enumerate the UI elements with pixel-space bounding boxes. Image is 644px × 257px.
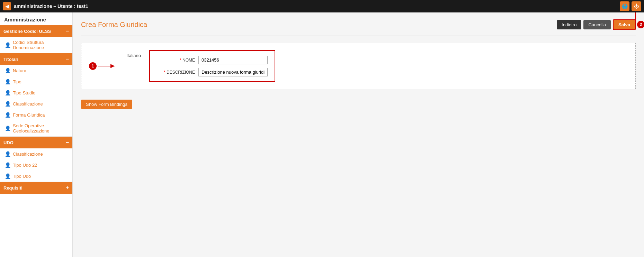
power-button[interactable]: ⏻ bbox=[632, 1, 641, 11]
page-header: Crea Forma Giuridica Indietro Cancella S… bbox=[81, 19, 636, 30]
sidebar-section-label: UDO bbox=[3, 140, 14, 145]
sidebar-item-natura[interactable]: 👤 Natura bbox=[0, 65, 72, 76]
sidebar-item-label: Tipo Udo bbox=[13, 174, 31, 179]
header-buttons: Indietro Cancella Salva 2 bbox=[557, 19, 636, 30]
sidebar-section-label: Gestione Codici ULSS bbox=[3, 29, 51, 34]
content-area: Crea Forma Giuridica Indietro Cancella S… bbox=[73, 12, 644, 257]
nome-label: * NOME bbox=[157, 58, 195, 63]
divider bbox=[81, 36, 636, 36]
required-star-descrizione: * bbox=[164, 70, 166, 75]
sidebar: Amministrazione Gestione Codici ULSS − 👤… bbox=[0, 12, 73, 257]
sidebar-item-udo-classificazione[interactable]: 👤 Classificazione bbox=[0, 148, 72, 159]
sidebar-item-codici-struttura[interactable]: 👤 Codici Struttura Denominazione bbox=[0, 37, 72, 53]
person-icon: 👤 bbox=[5, 42, 11, 48]
sidebar-section-label: Titolari bbox=[3, 57, 18, 62]
person-icon: 👤 bbox=[5, 68, 11, 73]
person-icon: 👤 bbox=[5, 112, 11, 118]
topbar-title: amministrazione – Utente : test1 bbox=[14, 3, 620, 9]
form-row-descrizione: * DESCRIZIONE bbox=[157, 68, 268, 76]
annotation-1-circle: 1 bbox=[89, 62, 97, 70]
sidebar-item-label: Classificazione bbox=[13, 152, 43, 157]
show-form-bindings-button[interactable]: Show Form Bindings bbox=[81, 100, 132, 109]
annotation-2-circle: 2 bbox=[637, 21, 644, 28]
cancella-button[interactable]: Cancella bbox=[583, 20, 611, 29]
sidebar-item-forma-giuridica[interactable]: 👤 Forma Giuridica bbox=[0, 109, 72, 120]
sidebar-section-titolari[interactable]: Titolari − bbox=[0, 53, 72, 65]
sidebar-item-sede-operative[interactable]: 👤 Sede Operative Geolocalizzazione bbox=[0, 120, 72, 136]
sidebar-item-label: Tipo Studio bbox=[13, 90, 35, 95]
sidebar-title: Amministrazione bbox=[0, 12, 72, 25]
sidebar-section-requisiti[interactable]: Requisiti + bbox=[0, 182, 72, 194]
descrizione-input[interactable] bbox=[198, 68, 268, 76]
sidebar-section-label: Requisiti bbox=[3, 185, 23, 191]
language-label: Italiano bbox=[126, 50, 144, 58]
sidebar-item-tipo[interactable]: 👤 Tipo bbox=[0, 76, 72, 87]
person-icon: 👤 bbox=[5, 79, 11, 84]
sidebar-group-requisiti: Requisiti + bbox=[0, 182, 72, 194]
nome-label-text: NOME bbox=[182, 58, 195, 63]
person-icon: 👤 bbox=[5, 90, 11, 95]
form-container: 1 Italiano * bbox=[81, 43, 636, 89]
sidebar-item-tipo-udo[interactable]: 👤 Tipo Udo bbox=[0, 171, 72, 182]
sidebar-item-label: Forma Giuridica bbox=[13, 112, 45, 118]
sidebar-item-classificazione[interactable]: 👤 Classificazione bbox=[0, 98, 72, 109]
descrizione-label: * DESCRIZIONE bbox=[157, 70, 195, 75]
person-icon: 👤 bbox=[5, 151, 11, 157]
main-layout: Amministrazione Gestione Codici ULSS − 👤… bbox=[0, 12, 644, 257]
form-inner: Italiano * NOME * DESCRIZI bbox=[126, 50, 628, 82]
expand-icon: + bbox=[66, 185, 69, 191]
annotation-1-arrow bbox=[98, 63, 117, 69]
descrizione-label-text: DESCRIZIONE bbox=[167, 70, 195, 75]
back-icon[interactable]: ◀ bbox=[3, 2, 11, 10]
form-row-nome: * NOME bbox=[157, 56, 268, 64]
required-star-nome: * bbox=[180, 58, 181, 63]
person-icon: 👤 bbox=[5, 162, 11, 168]
annotation-1-group: 1 bbox=[89, 62, 117, 70]
page-title: Crea Forma Giuridica bbox=[81, 21, 147, 29]
collapse-icon: − bbox=[66, 56, 69, 62]
person-icon: 👤 bbox=[5, 126, 11, 131]
sidebar-item-label: Codici Struttura Denominazione bbox=[13, 40, 69, 50]
sidebar-item-label: Classificazione bbox=[13, 101, 43, 107]
sidebar-item-label: Tipo bbox=[13, 79, 21, 84]
sidebar-group-gestione: Gestione Codici ULSS − 👤 Codici Struttur… bbox=[0, 25, 72, 53]
topbar-icons: 🌐 ⏻ bbox=[620, 1, 641, 11]
sidebar-item-label: Tipo Udo 22 bbox=[13, 163, 37, 168]
sidebar-item-tipo-udo-22[interactable]: 👤 Tipo Udo 22 bbox=[0, 159, 72, 171]
sidebar-item-label: Sede Operative Geolocalizzazione bbox=[13, 123, 69, 134]
sidebar-group-titolari: Titolari − 👤 Natura 👤 Tipo 👤 Tipo Studio… bbox=[0, 53, 72, 137]
sidebar-item-label: Natura bbox=[13, 68, 26, 73]
globe-button[interactable]: 🌐 bbox=[620, 1, 629, 11]
sidebar-section-gestione-codici-ulss[interactable]: Gestione Codici ULSS − bbox=[0, 25, 72, 37]
indietro-button[interactable]: Indietro bbox=[557, 20, 581, 29]
sidebar-item-tipo-studio[interactable]: 👤 Tipo Studio bbox=[0, 87, 72, 98]
form-fields-box: * NOME * DESCRIZIONE bbox=[149, 50, 275, 82]
nome-input[interactable] bbox=[198, 56, 268, 64]
person-icon: 👤 bbox=[5, 101, 11, 107]
topbar: ◀ amministrazione – Utente : test1 🌐 ⏻ bbox=[0, 0, 644, 12]
collapse-icon: − bbox=[66, 139, 69, 146]
salva-wrapper: Salva 2 bbox=[613, 19, 636, 30]
collapse-icon: − bbox=[66, 28, 69, 34]
person-icon: 👤 bbox=[5, 173, 11, 179]
sidebar-group-udo: UDO − 👤 Classificazione 👤 Tipo Udo 22 👤 … bbox=[0, 137, 72, 182]
sidebar-section-udo[interactable]: UDO − bbox=[0, 137, 72, 148]
